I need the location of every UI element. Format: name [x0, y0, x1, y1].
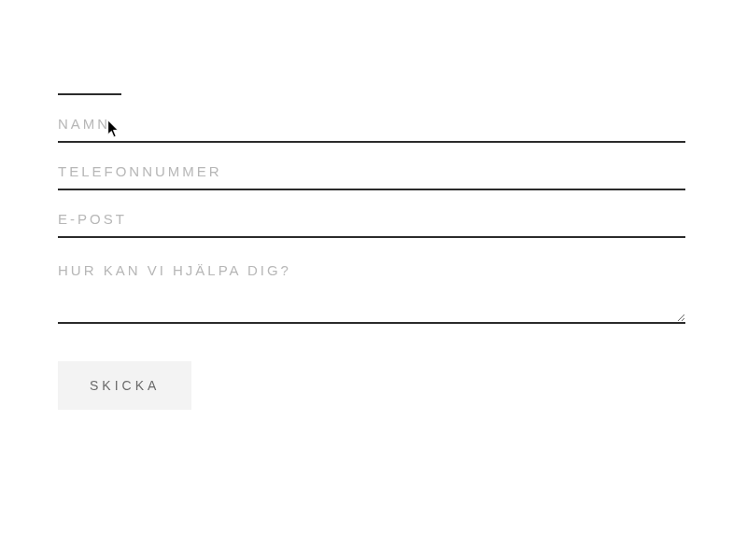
- contact-form: SKICKA: [58, 93, 685, 410]
- email-input[interactable]: [58, 190, 685, 238]
- submit-button[interactable]: SKICKA: [58, 361, 191, 410]
- name-input[interactable]: [58, 95, 685, 143]
- message-textarea[interactable]: [58, 238, 685, 324]
- phone-input[interactable]: [58, 143, 685, 190]
